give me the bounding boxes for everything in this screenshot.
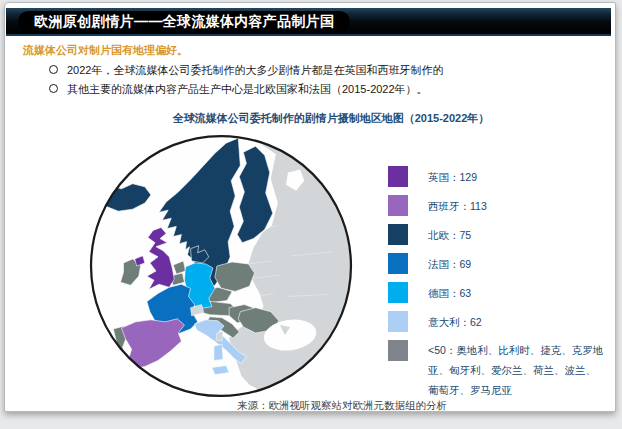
bullet-item: 其他主要的流媒体内容产品生产中心是北欧国家和法国（2015-2022年）。 (49, 82, 443, 96)
legend-item: 意大利：62 (388, 311, 606, 332)
legend-label: <50：奥地利、比利时、捷克、克罗地亚、匈牙利、爱尔兰、荷兰、波兰、葡萄牙、罗马… (428, 340, 606, 400)
bullet-item: 2022年，全球流媒体公司委托制作的大多少剧情片都是在英国和西班牙制作的 (49, 63, 443, 77)
map-legend: 英国：129 西班牙：113 北欧：75 法国：69 德国：63 意大利：62 … (388, 166, 606, 408)
legend-swatch-uk (388, 166, 408, 187)
legend-swatch-france (388, 253, 408, 274)
europe-map-svg (89, 134, 353, 398)
page-title: 欧洲原创剧情片——全球流媒体内容产品制片国 (18, 11, 350, 32)
legend-swatch-italy (388, 311, 408, 332)
legend-label: 北欧：75 (428, 225, 471, 245)
legend-label: 英国：129 (428, 167, 477, 187)
legend-item: 英国：129 (388, 166, 606, 187)
source-note: 来源：欧洲视听观察站对欧洲元数据组的分析 (212, 399, 472, 413)
legend-label: 西班牙：113 (428, 196, 487, 216)
map-region-sicily (212, 366, 229, 375)
legend-swatch-under-50 (388, 340, 408, 361)
legend-label: 德国：63 (428, 283, 471, 303)
legend-label: 意大利：62 (428, 312, 482, 332)
slide: 欧洲原创剧情片——全球流媒体内容产品制片国 流媒体公司对制片国有地理偏好。 20… (4, 2, 616, 412)
europe-map (89, 134, 353, 398)
legend-item: 西班牙：113 (388, 195, 606, 216)
bullet-circle-icon (49, 84, 58, 93)
bullet-circle-icon (49, 65, 58, 74)
legend-item: <50：奥地利、比利时、捷克、克罗地亚、匈牙利、爱尔兰、荷兰、波兰、葡萄牙、罗马… (388, 340, 606, 400)
legend-label: 法国：69 (428, 254, 471, 274)
bullet-text: 2022年，全球流媒体公司委托制作的大多少剧情片都是在英国和西班牙制作的 (67, 63, 443, 77)
bullet-text: 其他主要的流媒体内容产品生产中心是北欧国家和法国（2015-2022年）。 (67, 82, 428, 96)
legend-item: 北欧：75 (388, 224, 606, 245)
map-title: 全球流媒体公司委托制作的剧情片摄制地区地图（2015-2022年） (111, 111, 551, 126)
legend-swatch-spain (388, 195, 408, 216)
map-region-sardinia (214, 344, 223, 360)
bullet-list: 2022年，全球流媒体公司委托制作的大多少剧情片都是在英国和西班牙制作的 其他主… (49, 63, 443, 101)
legend-item: 法国：69 (388, 253, 606, 274)
highlight-text: 流媒体公司对制片国有地理偏好。 (23, 43, 188, 58)
legend-item: 德国：63 (388, 282, 606, 303)
legend-swatch-germany (388, 282, 408, 303)
legend-swatch-nordics (388, 224, 408, 245)
title-bar: 欧洲原创剧情片——全球流媒体内容产品制片国 (6, 8, 611, 36)
